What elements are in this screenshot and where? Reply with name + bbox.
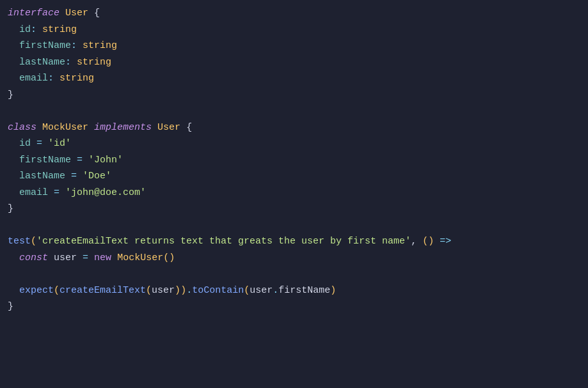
code-line: lastName = 'Doe' <box>0 168 588 185</box>
code-line: } <box>0 201 588 217</box>
token-paren: () <box>163 250 175 267</box>
code-line: id = 'id' <box>0 136 588 152</box>
token-plain <box>36 22 42 38</box>
token-type-name: string <box>42 22 77 38</box>
token-brace: } <box>8 201 13 217</box>
token-plain <box>65 168 71 185</box>
token-method-name: toContain <box>192 283 244 299</box>
token-prop-name: firstName <box>19 152 71 169</box>
token-plain <box>8 152 19 169</box>
token-plain <box>8 250 19 267</box>
token-brace: } <box>8 299 13 315</box>
token-operator: = <box>83 250 88 267</box>
token-plain <box>48 185 54 201</box>
token-prop-name: id <box>19 22 31 38</box>
token-plain <box>88 5 94 22</box>
token-prop-name: id <box>19 136 31 152</box>
token-operator: = <box>54 185 60 201</box>
token-prop-name: email <box>19 185 48 201</box>
code-line: email = 'john@doe.com' <box>0 185 588 201</box>
code-line: test('createEmailText returns text that … <box>0 233 588 250</box>
token-type-name: string <box>77 54 111 71</box>
token-plain <box>180 120 186 136</box>
token-prop-name: lastName <box>19 54 65 71</box>
code-line: class MockUser implements User { <box>0 120 588 136</box>
code-line: } <box>0 87 588 104</box>
token-prop-name: firstName <box>19 38 71 54</box>
token-prop-name: lastName <box>19 168 65 185</box>
token-plain <box>8 54 19 71</box>
token-plain <box>60 5 65 22</box>
code-line: firstName: string <box>0 38 588 54</box>
code-line <box>0 266 588 283</box>
code-line: id: string <box>0 22 588 38</box>
token-plain <box>48 250 54 267</box>
token-plain <box>60 185 65 201</box>
code-line: lastName: string <box>0 54 588 71</box>
token-punct: . <box>273 283 278 299</box>
token-plain <box>8 136 19 152</box>
token-plain <box>42 136 48 152</box>
code-editor: interface User { id: string firstName: s… <box>0 0 588 388</box>
token-brace: { <box>94 5 100 22</box>
token-string: 'id' <box>48 136 71 152</box>
token-operator: => <box>440 233 451 250</box>
token-plain <box>36 120 42 136</box>
token-string: 'createEmailText returns text that great… <box>36 233 411 250</box>
token-plain: , <box>411 233 422 250</box>
code-line: interface User { <box>0 5 588 22</box>
token-plain <box>54 70 60 87</box>
token-plain <box>31 136 36 152</box>
token-plain <box>88 120 94 136</box>
token-kw-const: const <box>19 250 48 267</box>
token-brace: { <box>186 120 192 136</box>
token-punct: : <box>31 22 36 38</box>
token-fn-name: createEmailText <box>60 283 146 299</box>
token-prop-name: email <box>19 70 48 87</box>
token-punct: : <box>48 70 54 87</box>
token-plain <box>77 38 83 54</box>
token-plain <box>8 38 19 54</box>
token-type-name: MockUser <box>117 250 163 267</box>
token-plain <box>88 250 94 267</box>
token-plain <box>8 70 19 87</box>
token-type-name: string <box>83 38 117 54</box>
token-type-name: User <box>65 5 88 22</box>
token-paren: ( <box>244 283 250 299</box>
token-kw-new: new <box>94 250 111 267</box>
token-kw-interface: interface <box>8 5 60 22</box>
token-plain <box>77 168 83 185</box>
token-string: 'john@doe.com' <box>65 185 146 201</box>
token-plain <box>8 22 19 38</box>
token-type-name: string <box>60 70 94 87</box>
token-plain <box>71 152 77 169</box>
token-operator: = <box>77 152 83 169</box>
code-line <box>0 103 588 120</box>
code-line: email: string <box>0 70 588 87</box>
token-plain: firstName <box>278 283 330 299</box>
token-paren: ( <box>54 283 60 299</box>
token-type-name: MockUser <box>42 120 88 136</box>
token-plain: user <box>54 250 77 267</box>
token-paren: ) <box>330 283 336 299</box>
token-plain <box>77 250 83 267</box>
token-plain <box>71 54 77 71</box>
code-line: firstName = 'John' <box>0 152 588 169</box>
token-paren: ) <box>175 283 180 299</box>
token-paren: ( <box>31 233 36 250</box>
code-line: } <box>0 299 588 315</box>
token-fn-name: test <box>8 233 31 250</box>
code-line: expect(createEmailText(user)).toContain(… <box>0 283 588 299</box>
token-paren: ( <box>146 283 152 299</box>
token-plain <box>152 120 157 136</box>
token-paren: ) <box>180 283 186 299</box>
token-fn-name: expect <box>19 283 54 299</box>
code-line <box>0 217 588 234</box>
token-plain <box>8 168 19 185</box>
token-string: 'Doe' <box>83 168 111 185</box>
token-operator: = <box>71 168 77 185</box>
token-punct: : <box>65 54 71 71</box>
token-brace: } <box>8 87 13 104</box>
token-string: 'John' <box>88 152 123 169</box>
token-plain <box>111 250 117 267</box>
